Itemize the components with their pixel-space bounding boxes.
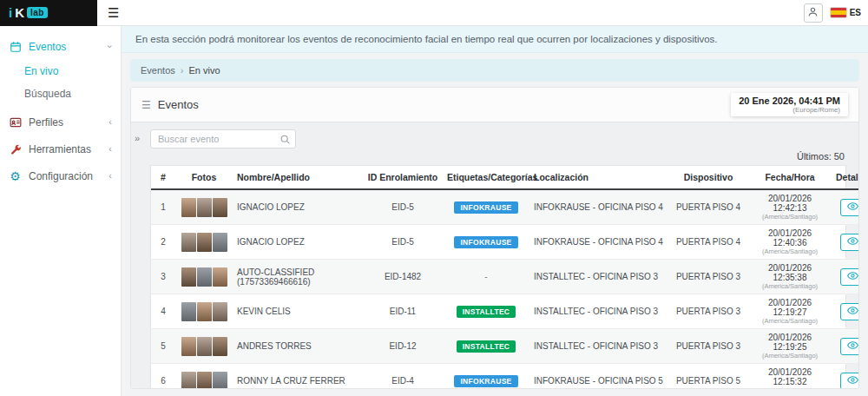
table-row: 1 IGNACIO LOPEZ EID-5 INFOKRAUSE INFOKRA…: [151, 189, 858, 225]
face-photo: [181, 372, 196, 389]
view-details-button[interactable]: [840, 199, 858, 216]
column-header-fecha-hora: Fecha/Hora: [748, 166, 832, 189]
column-header-localizacion: Localización: [529, 166, 668, 189]
row-name: RONNY LA CRUZ FERRER: [233, 364, 363, 389]
category-badge: INSTALLTEC: [457, 340, 516, 353]
view-details-button[interactable]: [840, 303, 858, 320]
row-tag: INFOKRAUSE: [443, 225, 529, 260]
row-datetime: 20/01/2026 12:19:27 (America/Santiago): [748, 294, 832, 329]
row-index: 3: [151, 260, 175, 294]
row-datetime-timezone: (America/Santiago): [753, 213, 827, 221]
face-photo: [213, 267, 227, 287]
column-header-index: #: [151, 166, 175, 189]
current-datetime: 20 Ene 2026, 04:41 PM (Europe/Rome): [731, 93, 848, 116]
sidebar-item-busqueda[interactable]: Búsqueda: [0, 82, 121, 105]
table-row: 6 RONNY LA CRUZ FERRER EID-4 INFOKRAUSE …: [151, 364, 858, 389]
logo-text: i: [9, 5, 12, 20]
face-photo: [213, 337, 227, 356]
view-details-button[interactable]: [840, 268, 858, 286]
datetime-value: 20 Ene 2026, 04:41 PM: [739, 96, 840, 106]
table-row: 3 AUTO-CLASSIFIED (17573369466616) EID-1…: [151, 260, 858, 294]
chevron-left-icon: ‹: [108, 144, 112, 154]
view-details-button[interactable]: [840, 373, 858, 389]
column-header-dispositivo: Dispositivo: [668, 166, 748, 189]
face-photo: [197, 337, 212, 356]
eye-icon: [847, 305, 858, 319]
face-photo: [197, 372, 212, 389]
row-enrollment-id: EID-5: [363, 189, 443, 225]
table-row: 2 IGNACIO LOPEZ EID-5 INFOKRAUSE INFOKRA…: [151, 225, 858, 260]
breadcrumb-item-eventos[interactable]: Eventos: [141, 65, 175, 76]
row-location: INFOKRAUSE - OFICINA PISO 5: [529, 364, 668, 389]
sidebar-item-label: Perfiles: [29, 116, 102, 129]
hamburger-menu-icon[interactable]: ☰: [108, 6, 119, 19]
category-badge: -: [484, 272, 487, 281]
breadcrumb-separator: ›: [181, 65, 184, 76]
view-details-button[interactable]: [840, 234, 858, 251]
language-selector[interactable]: ES: [830, 7, 861, 18]
face-photo: [197, 198, 212, 217]
row-photos: [175, 189, 233, 225]
row-location: INFOKRAUSE - OFICINA PISO 4: [529, 189, 668, 225]
search-input[interactable]: [150, 129, 296, 148]
sidebar: Eventos › En vivo Búsqueda Perfiles ‹ He…: [0, 26, 122, 396]
table-row: 5 ANDRES TORRES EID-12 INSTALLTEC INSTAL…: [151, 329, 858, 364]
events-panel-body: » Últimos: 50: [131, 122, 858, 388]
id-card-icon: [9, 116, 22, 129]
row-photos: [175, 364, 233, 389]
row-datetime-timezone: (America/Santiago): [753, 248, 827, 255]
category-badge: INFOKRAUSE: [454, 201, 517, 214]
eventos-submenu: En vivo Búsqueda: [0, 60, 121, 109]
user-account-button[interactable]: [804, 3, 823, 23]
events-table-body: 1 IGNACIO LOPEZ EID-5 INFOKRAUSE INFOKRA…: [151, 189, 858, 388]
row-name: ANDRES TORRES: [233, 329, 363, 364]
row-datetime-value: 20/01/2026 12:19:27: [753, 298, 827, 317]
eye-icon: [847, 340, 858, 353]
sidebar-item-perfiles[interactable]: Perfiles ‹: [0, 109, 121, 135]
face-photo: [213, 233, 227, 252]
row-datetime: 20/01/2026 12:42:13 (America/Santiago): [748, 189, 832, 225]
row-details: [832, 364, 858, 389]
row-tag: INSTALLTEC: [443, 329, 529, 364]
table-header-row: # Fotos Nombre/Apellido ID Enrolamiento …: [151, 166, 858, 189]
category-badge: INFOKRAUSE: [454, 375, 517, 387]
face-photo: [181, 233, 196, 252]
tools-icon: [9, 142, 22, 155]
panel-title: Eventos: [158, 98, 199, 111]
chevron-left-icon: ‹: [108, 171, 112, 181]
row-device: PUERTA PISO 3: [668, 260, 748, 294]
face-photo: [181, 267, 196, 287]
row-details: [832, 329, 858, 364]
sidebar-item-eventos[interactable]: Eventos ›: [0, 33, 121, 60]
row-datetime: 20/01/2026 12:40:36 (America/Santiago): [748, 225, 832, 260]
row-datetime-timezone: (America/Santiago): [753, 352, 827, 360]
row-tag: INFOKRAUSE: [443, 189, 529, 225]
chevron-left-icon: ‹: [108, 117, 112, 127]
app-logo: i K lab: [0, 0, 97, 26]
row-details: [832, 294, 858, 329]
row-location: INSTALLTEC - OFICINA PISO 3: [529, 260, 668, 294]
row-photos: [175, 294, 233, 329]
sidebar-item-herramientas[interactable]: Herramientas ‹: [0, 135, 121, 162]
sidebar-item-label: Configuración: [29, 170, 102, 182]
row-enrollment-id: EID-4: [363, 364, 443, 389]
view-details-button[interactable]: [840, 338, 858, 355]
row-device: PUERTA PISO 4: [668, 225, 748, 260]
row-index: 6: [151, 364, 175, 389]
events-table: # Fotos Nombre/Apellido ID Enrolamiento …: [151, 166, 858, 388]
collapse-sidebar-icon[interactable]: »: [135, 133, 140, 143]
row-index: 1: [151, 189, 175, 225]
row-index: 2: [151, 225, 175, 260]
sidebar-item-configuracion[interactable]: ⚙ Configuración ‹: [0, 162, 121, 189]
sidebar-item-en-vivo[interactable]: En vivo: [0, 60, 121, 82]
row-datetime-value: 20/01/2026 12:40:36: [753, 228, 827, 248]
row-datetime: 20/01/2026 12:19:25 (America/Santiago): [748, 329, 832, 364]
row-photos: [175, 225, 233, 260]
face-photo: [197, 302, 212, 321]
row-index: 4: [151, 294, 175, 329]
row-name: IGNACIO LOPEZ: [233, 225, 363, 260]
info-banner: En esta sección podrá monitorear los eve…: [122, 26, 868, 53]
main-content: En esta sección podrá monitorear los eve…: [122, 26, 868, 396]
row-name: KEVIN CELIS: [233, 294, 363, 329]
events-toolbar: [150, 129, 846, 148]
